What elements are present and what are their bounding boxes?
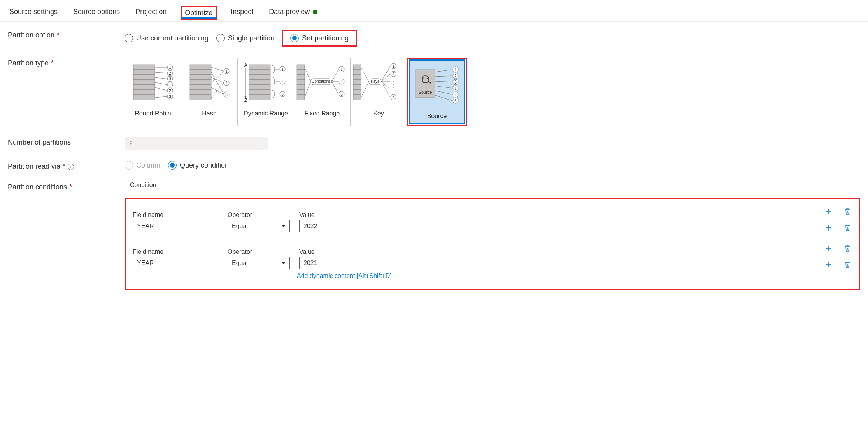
label-partition-conditions-text: Partition conditions	[8, 183, 67, 191]
ptype-card-source[interactable]: Source	[409, 59, 465, 124]
tab-inspect[interactable]: Inspect	[229, 5, 255, 21]
svg-rect-64	[297, 85, 305, 90]
svg-text:.: .	[393, 84, 394, 89]
svg-rect-29	[190, 85, 211, 90]
condition-header: Condition	[125, 182, 860, 189]
ptype-card-fixed-range[interactable]: Conditions 123 Fixed Range	[294, 58, 351, 126]
svg-text:2: 2	[454, 74, 457, 78]
svg-text:2: 2	[281, 80, 284, 84]
radio-column-label: Column	[136, 161, 160, 170]
ptype-card-hash[interactable]: 123 Hash	[181, 58, 238, 126]
tab-source-options[interactable]: Source options	[72, 5, 121, 21]
svg-rect-5	[133, 90, 155, 95]
svg-rect-83	[353, 80, 361, 85]
svg-line-94	[381, 82, 390, 97]
control-partition-option: Use current partitioning Single partitio…	[125, 30, 860, 47]
select-operator-value: Equal	[232, 223, 248, 230]
select-operator[interactable]: Equal	[228, 257, 290, 269]
input-value[interactable]	[299, 220, 400, 232]
control-partition-type: 123 123 Round Robin	[125, 58, 860, 126]
ptype-label-source: Source	[427, 110, 447, 123]
svg-line-32	[211, 67, 224, 71]
select-operator[interactable]: Equal	[228, 220, 290, 232]
condition-right-actions	[824, 207, 852, 232]
control-partition-read-via: Column Query condition	[125, 161, 860, 170]
svg-line-72	[332, 82, 338, 94]
ptype-card-dynamic-range[interactable]: A Z	[237, 58, 294, 126]
tabs-bar: Source settings Source options Projectio…	[0, 0, 868, 22]
svg-rect-3	[133, 80, 155, 85]
label-partition-type-text: Partition type	[8, 59, 49, 67]
tab-projection[interactable]: Projection	[134, 5, 168, 21]
info-icon[interactable]: i	[68, 164, 74, 170]
input-field-name[interactable]	[133, 257, 218, 269]
input-value[interactable]	[299, 257, 400, 269]
add-condition-icon[interactable]	[824, 223, 833, 232]
svg-line-110	[435, 81, 452, 82]
form-area: Partition option * Use current partition…	[0, 22, 868, 309]
radio-use-current-partitioning[interactable]: Use current partitioning	[125, 34, 209, 42]
delete-condition-icon[interactable]	[843, 260, 852, 269]
svg-rect-84	[353, 85, 361, 90]
label-partition-option-text: Partition option	[8, 31, 54, 39]
svg-line-68	[305, 82, 310, 98]
svg-rect-4	[133, 85, 155, 90]
input-field-name[interactable]	[133, 220, 218, 232]
svg-line-12	[155, 96, 168, 98]
svg-line-9	[155, 77, 168, 79]
svg-line-11	[155, 87, 168, 91]
svg-rect-53	[249, 95, 270, 100]
svg-rect-0	[133, 65, 155, 70]
status-dot-icon	[313, 10, 317, 14]
svg-line-108	[435, 70, 452, 72]
svg-text:2: 2	[454, 93, 457, 97]
condition-actions	[824, 260, 852, 269]
svg-text:Keys: Keys	[371, 79, 379, 84]
cond-col-field: Field name	[133, 248, 218, 269]
label-number-of-partitions: Number of partitions	[8, 137, 125, 147]
group-actions	[824, 207, 852, 216]
svg-rect-6	[133, 95, 155, 100]
ptype-card-round-robin[interactable]: 123 123 Round Robin	[125, 58, 181, 126]
radio-single-partition[interactable]: Single partition	[216, 34, 274, 42]
svg-line-10	[155, 82, 168, 85]
radio-circle-icon	[290, 34, 299, 42]
svg-line-113	[435, 95, 452, 101]
svg-rect-25	[190, 65, 211, 70]
add-dynamic-content-link[interactable]: Add dynamic content [Alt+Shift+D]	[297, 273, 852, 280]
required-asterisk: *	[63, 163, 65, 171]
radio-query-condition[interactable]: Query condition	[168, 161, 229, 170]
ptype-graphic-round-robin: 123 123	[125, 58, 181, 108]
tab-optimize[interactable]: Optimize	[181, 6, 217, 20]
required-asterisk: *	[51, 59, 54, 67]
cond-col-operator: Operator Equal	[228, 212, 290, 232]
delete-group-icon[interactable]	[843, 207, 852, 216]
ptype-label-dynamic-range: Dynamic Range	[244, 108, 288, 120]
tab-data-preview[interactable]: Data preview	[267, 5, 319, 21]
ptype-card-key[interactable]: Keys 12 ... n Key	[350, 58, 407, 126]
svg-text:1: 1	[454, 68, 457, 72]
add-group-icon[interactable]	[824, 244, 833, 253]
condition-fields: Field name Operator Equal	[133, 212, 400, 232]
svg-rect-31	[190, 95, 211, 100]
svg-rect-66	[297, 95, 305, 100]
radio-query-label: Query condition	[180, 161, 229, 170]
tab-source-settings[interactable]: Source settings	[8, 5, 59, 21]
radio-column[interactable]: Column	[125, 161, 160, 170]
delete-condition-icon[interactable]	[843, 223, 852, 232]
svg-text:2: 2	[225, 81, 228, 85]
radio-set-partitioning[interactable]: Set partitioning	[290, 34, 349, 42]
condition-right-actions	[824, 244, 852, 269]
cond-col-operator: Operator Equal	[228, 248, 290, 269]
svg-rect-1	[133, 70, 155, 75]
label-value: Value	[299, 212, 400, 218]
add-condition-icon[interactable]	[824, 260, 833, 269]
add-group-icon[interactable]	[824, 207, 833, 216]
highlight-source-card: Source	[407, 58, 467, 126]
delete-group-icon[interactable]	[843, 244, 852, 253]
svg-text:3: 3	[281, 92, 284, 96]
svg-rect-51	[249, 85, 270, 90]
svg-text:3: 3	[454, 99, 457, 103]
svg-rect-26	[190, 70, 211, 75]
label-operator: Operator	[228, 248, 290, 255]
